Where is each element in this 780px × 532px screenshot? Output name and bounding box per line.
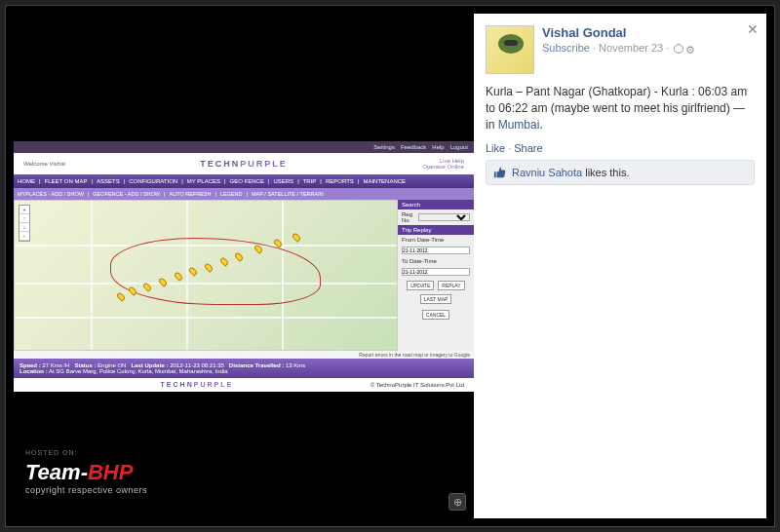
app-top-links: Settings Feedback Help Logout <box>14 141 474 153</box>
avatar[interactable] <box>486 25 534 74</box>
map-canvas[interactable]: +↑↓− <box>14 200 398 351</box>
link-feedback[interactable]: Feedback <box>401 144 426 150</box>
location-link[interactable]: Mumbai <box>498 118 540 132</box>
like-link[interactable]: Like <box>486 142 505 154</box>
subnav-geofence[interactable]: GEOFENCE - ADD / SHOW <box>93 191 160 197</box>
watermark: Team-BHP copyright respective owners <box>25 460 147 495</box>
nav-config[interactable]: CONFIGURATION <box>129 178 177 184</box>
nav-myplaces[interactable]: MY PLACES <box>187 178 220 184</box>
subnav-refresh[interactable]: AUTO REFRESH <box>170 191 212 197</box>
subnav-maptype[interactable]: MAP / SATELLITE / TERRAIN <box>252 191 324 197</box>
to-date-input[interactable] <box>402 268 470 276</box>
post-sidebar: ✕ Vishal Gondal Subscribe · November 23 … <box>474 14 766 518</box>
footer-copyright: © TechnoPurple IT Solutions Pvt Ltd <box>370 382 464 388</box>
app-footer: TECHNPURPLE © TechnoPurple IT Solutions … <box>14 378 474 392</box>
regno-label: Reg No <box>402 211 416 223</box>
nav-reports[interactable]: REPORTS <box>326 178 354 184</box>
nav-geofence[interactable]: GEO FENCE <box>230 178 264 184</box>
nav-maint[interactable]: MAINTENANCE <box>363 178 406 184</box>
link-help[interactable]: Help <box>432 144 444 150</box>
post-actions: Like·Share <box>486 142 755 154</box>
liker-link[interactable]: Ravniu Sahota <box>512 167 582 178</box>
globe-icon[interactable] <box>674 44 683 54</box>
gear-icon[interactable]: ⚙ <box>685 44 695 54</box>
photo-viewer: Settings Feedback Help Logout Welcome Vi… <box>14 14 474 518</box>
nav-users[interactable]: USERS <box>273 178 293 184</box>
nav-assets[interactable]: ASSETS <box>97 178 120 184</box>
replay-button[interactable]: REPLAY <box>438 281 464 290</box>
nav-home[interactable]: HOME <box>18 178 35 184</box>
nav-trip[interactable]: TRIP <box>303 178 317 184</box>
post-body: Kurla – Pant Nagar (Ghatkopar) - Kurla :… <box>486 84 755 133</box>
hosted-on-label: HOSTED ON: <box>25 449 78 456</box>
map-zoom-control[interactable]: +↑↓− <box>19 205 30 242</box>
sub-nav: MYPLACES - ADD / SHOW| GEOFENCE - ADD / … <box>14 188 474 200</box>
close-icon[interactable]: ✕ <box>747 21 759 37</box>
subscribe-link[interactable]: Subscribe <box>542 42 590 54</box>
share-link[interactable]: Share <box>514 142 542 154</box>
app-header: Welcome Vishal TECHNPURPLE Live HelpOper… <box>14 153 474 174</box>
update-button[interactable]: UPDATE <box>407 281 434 290</box>
nav-fleet[interactable]: FLEET ON MAP <box>45 178 88 184</box>
status-bar: Speed : 27 Kms /H Status : Engine ON Las… <box>14 359 474 378</box>
side-panel: Search Reg No Trip Replay From Date-Time… <box>398 200 474 351</box>
live-help[interactable]: Live HelpOperator Online <box>422 158 464 170</box>
subnav-myplaces[interactable]: MYPLACES - ADD / SHOW <box>18 191 84 197</box>
thumb-up-icon <box>493 166 507 179</box>
link-logout[interactable]: Logout <box>450 144 468 150</box>
to-label: To Date-Time <box>402 258 437 264</box>
report-error-link[interactable]: Report errors in the road map or imagery… <box>14 351 474 359</box>
from-label: From Date-Time <box>402 237 444 243</box>
cancel-button[interactable]: CANCEL <box>422 310 449 320</box>
link-settings[interactable]: Settings <box>373 144 395 150</box>
subnav-legend[interactable]: LEGEND <box>220 191 243 197</box>
lastmap-button[interactable]: LAST MAP <box>420 294 452 304</box>
zoom-icon[interactable]: ⊕ <box>448 493 466 511</box>
post-date[interactable]: November 23 <box>599 42 663 54</box>
regno-select[interactable] <box>418 213 470 221</box>
likes-summary: Ravniu Sahota likes this. <box>486 160 755 185</box>
embedded-screenshot: Settings Feedback Help Logout Welcome Vi… <box>14 141 474 392</box>
poster-name-link[interactable]: Vishal Gondal <box>542 25 695 40</box>
search-header: Search <box>398 200 474 209</box>
from-date-input[interactable] <box>402 247 470 254</box>
main-nav: HOME| FLEET ON MAP| ASSETS| CONFIGURATIO… <box>14 174 474 188</box>
trip-header: Trip Replay <box>398 225 474 235</box>
brand-logo: TECHNPURPLE <box>200 159 288 169</box>
welcome-text: Welcome Vishal <box>23 161 65 167</box>
